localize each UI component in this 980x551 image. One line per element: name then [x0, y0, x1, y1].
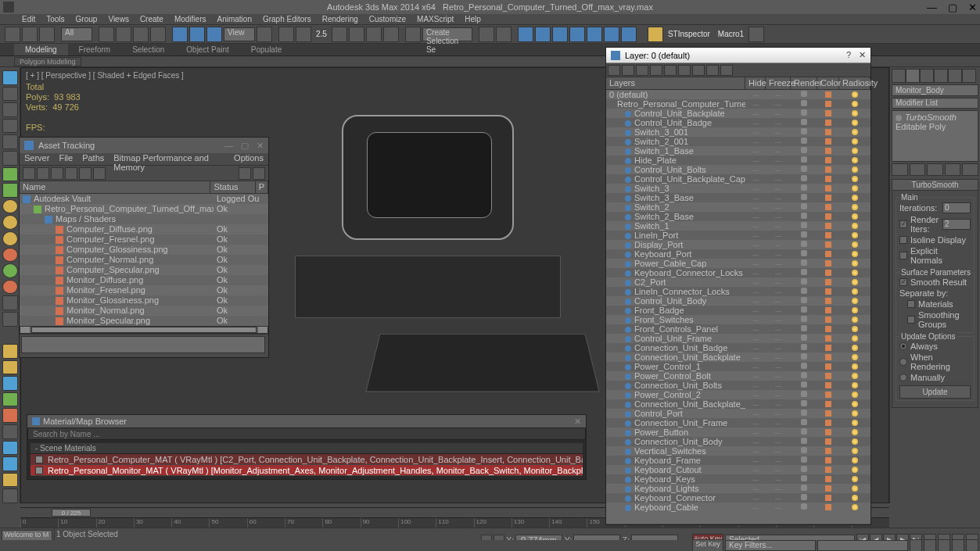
col-freeze[interactable]: Freeze — [766, 77, 791, 89]
select-highlight-icon[interactable] — [650, 65, 662, 76]
menu-group[interactable]: Group — [76, 14, 98, 24]
render-toggle[interactable] — [791, 372, 817, 380]
ribbon-tab-object-paint[interactable]: Object Paint — [175, 44, 239, 55]
highlight-sel-icon[interactable] — [664, 65, 677, 76]
layer-body[interactable]: 0 (default)——Retro_Personal_Computer_Tur… — [606, 90, 871, 524]
color-toggle[interactable] — [817, 129, 839, 135]
hide-toggle[interactable]: — — [745, 195, 766, 202]
hide-toggle[interactable]: — — [745, 110, 766, 117]
radiosity-toggle[interactable] — [839, 335, 871, 342]
tool-icon[interactable] — [2, 248, 18, 263]
layer-row[interactable]: Hide_Plate—— — [606, 156, 871, 165]
col-status[interactable]: Status — [210, 181, 255, 193]
motion-tab-icon[interactable] — [934, 69, 948, 83]
asset-row[interactable]: Monitor_Fresnel.pngOk — [20, 285, 268, 295]
freeze-toggle[interactable]: — — [766, 166, 791, 174]
hide-toggle[interactable]: — — [745, 410, 766, 417]
color-toggle[interactable] — [817, 307, 839, 313]
render-toggle[interactable] — [791, 400, 817, 408]
menu-graph-editors[interactable]: Graph Editors — [263, 14, 311, 24]
hide-toggle[interactable]: — — [745, 448, 766, 455]
redo-icon[interactable] — [22, 27, 38, 42]
freeze-toggle[interactable]: — — [766, 438, 791, 445]
radiosity-toggle[interactable] — [839, 195, 871, 201]
layer-row[interactable]: Connection_Unit_Badge—— — [606, 343, 871, 352]
radiosity-toggle[interactable] — [839, 288, 871, 295]
radiosity-toggle[interactable] — [839, 495, 871, 501]
hide-toggle[interactable]: — — [745, 298, 766, 305]
color-toggle[interactable] — [817, 148, 839, 154]
render-toggle[interactable] — [791, 485, 817, 492]
col-p[interactable]: P — [256, 181, 268, 193]
layer-row[interactable]: 0 (default)—— — [606, 90, 871, 99]
align-icon[interactable] — [496, 27, 512, 42]
asset-menu-paths[interactable]: Paths — [82, 153, 104, 165]
render-toggle[interactable] — [791, 428, 817, 436]
render-toggle[interactable] — [791, 250, 817, 258]
color-toggle[interactable] — [817, 251, 839, 257]
hide-toggle[interactable]: — — [745, 429, 766, 436]
render-toggle[interactable] — [791, 231, 817, 239]
material-search-input[interactable]: Search by Name ... — [27, 428, 586, 440]
hide-toggle[interactable]: — — [745, 213, 766, 220]
menu-create[interactable]: Create — [140, 14, 163, 24]
hide-toggle[interactable]: — — [745, 457, 766, 464]
hide-unhide-icon[interactable] — [678, 65, 691, 76]
tool-icon[interactable] — [2, 312, 18, 327]
refresh-icon[interactable] — [239, 167, 251, 180]
hide-toggle[interactable]: — — [745, 485, 766, 492]
utilities-tab-icon[interactable] — [962, 69, 976, 83]
freeze-toggle[interactable]: — — [766, 354, 791, 361]
macro-icon[interactable] — [748, 27, 764, 42]
radiosity-toggle[interactable] — [839, 232, 871, 238]
stack-item-editable-poly[interactable]: Editable Poly — [894, 122, 976, 131]
layer-row[interactable]: LineIn_Port—— — [606, 231, 871, 240]
freeze-toggle[interactable]: — — [766, 279, 791, 286]
xview-icon[interactable] — [648, 27, 663, 42]
new-layer-icon[interactable] — [608, 65, 620, 76]
freeze-toggle[interactable]: — — [766, 335, 791, 342]
hide-toggle[interactable]: — — [745, 260, 766, 267]
smooth-result-checkbox[interactable] — [899, 278, 907, 286]
pin-stack-icon[interactable] — [892, 163, 908, 176]
radiosity-toggle[interactable] — [839, 204, 871, 210]
freeze-toggle[interactable]: — — [766, 288, 791, 295]
menu-customize[interactable]: Customize — [369, 14, 406, 24]
layer-row[interactable]: Connection_Unit_Backplate_Insert—— — [606, 399, 871, 409]
radiosity-toggle[interactable] — [839, 101, 871, 107]
render-toggle[interactable] — [791, 456, 817, 464]
tool-icon[interactable] — [2, 456, 18, 471]
layer-row[interactable]: Keyboard_Cutout—— — [606, 465, 871, 474]
material-row[interactable]: Retro_Personal_Monitor_MAT ( VRayMtl ) [… — [31, 465, 583, 476]
curve-editor-icon[interactable] — [535, 27, 551, 42]
when-rendering-radio[interactable] — [899, 358, 907, 366]
layer-row[interactable]: C2_Port—— — [606, 277, 871, 287]
tool-icon[interactable] — [2, 424, 18, 439]
radiosity-toggle[interactable] — [839, 260, 871, 267]
hide-toggle[interactable]: — — [745, 270, 766, 277]
asset-row[interactable]: Maps / Shaders — [20, 214, 268, 224]
asset-row[interactable]: Monitor_Glossiness.pngOk — [20, 295, 268, 306]
asset-menu-file[interactable]: File — [59, 153, 73, 165]
render-toggle[interactable] — [791, 335, 817, 342]
freeze-toggle[interactable]: — — [766, 260, 791, 267]
key-filters-dropdown[interactable]: Key Filters... — [725, 540, 816, 551]
hide-toggle[interactable]: — — [745, 148, 766, 155]
link-icon[interactable] — [39, 27, 55, 42]
color-toggle[interactable] — [817, 260, 839, 267]
freeze-toggle[interactable]: — — [766, 448, 791, 455]
render-toggle[interactable] — [791, 194, 817, 202]
asset-menu-options[interactable]: Options — [234, 153, 264, 165]
layer-row[interactable]: Connection_Unit_Frame—— — [606, 418, 871, 428]
color-toggle[interactable] — [817, 279, 839, 285]
tool-icon[interactable] — [2, 151, 18, 166]
radiosity-toggle[interactable] — [839, 270, 871, 276]
asset-dialog-titlebar[interactable]: Asset Tracking — ▢ ✕ — [20, 138, 268, 153]
hide-toggle[interactable]: — — [745, 138, 766, 145]
color-toggle[interactable] — [817, 91, 839, 98]
isoline-checkbox[interactable] — [899, 236, 907, 244]
ref-coord-dropdown[interactable]: View — [224, 27, 255, 41]
layer-row[interactable]: Switch_2—— — [606, 202, 871, 212]
freeze-toggle[interactable]: — — [766, 392, 791, 399]
pivot-icon[interactable] — [257, 27, 272, 42]
